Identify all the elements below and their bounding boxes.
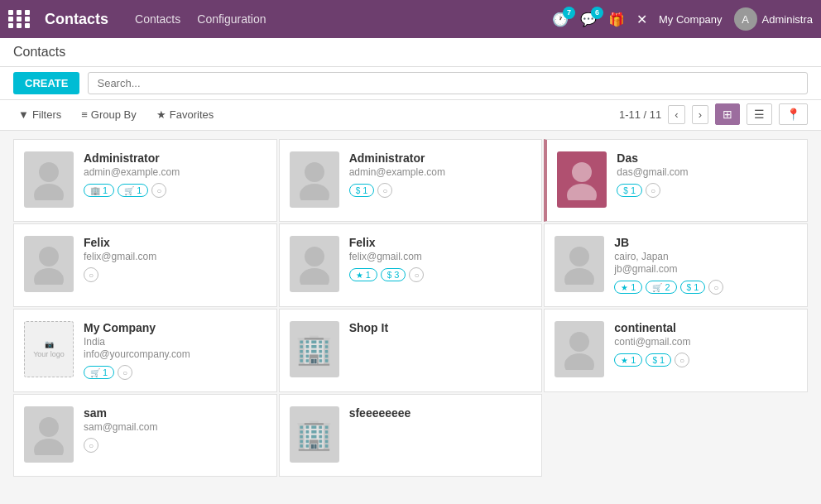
user-avatar-wrap[interactable]: A Administra: [734, 7, 813, 31]
app-title: Contacts: [45, 11, 108, 28]
tag: 🛒 2: [646, 281, 676, 294]
card-3[interactable]: Das das@gmail.com $ 1○: [544, 139, 808, 222]
tag: 🏢 1: [84, 184, 114, 197]
close-icon-wrap[interactable]: ✕: [636, 12, 647, 27]
card-4[interactable]: Felix felix@gmail.com ○: [13, 223, 277, 307]
toolbar: CREATE: [0, 67, 821, 100]
card-name: Administrator: [349, 151, 532, 165]
person-avatar: [24, 406, 74, 463]
tag-add-button[interactable]: ○: [84, 438, 98, 453]
groupby-button[interactable]: ≡ Group By: [76, 105, 142, 124]
tag-icon: 🏢: [90, 186, 100, 195]
card-name: Felix: [84, 236, 266, 249]
tag: $ 1: [349, 184, 375, 197]
gift-icon: 🎁: [608, 12, 625, 26]
card-email: das@gmail.com: [617, 166, 797, 178]
gift-icon-wrap[interactable]: 🎁: [608, 12, 625, 27]
person-avatar: [24, 151, 74, 208]
map-view-button[interactable]: 📍: [779, 103, 808, 125]
menu-configuration[interactable]: Configuration: [197, 12, 266, 26]
svg-point-1: [34, 184, 64, 200]
svg-point-12: [569, 332, 589, 352]
tag-icon: $: [687, 283, 692, 292]
svg-point-9: [300, 268, 329, 285]
tag-icon: $: [623, 186, 628, 195]
list-view-button[interactable]: ☰: [747, 103, 772, 125]
card-tags: $ 1○: [617, 183, 797, 198]
prev-page-button[interactable]: ‹: [668, 105, 684, 124]
pagination-info: 1-11 / 11: [619, 108, 661, 121]
svg-point-6: [39, 247, 59, 266]
card-9[interactable]: continental conti@gmail.com ★ 1$ 1○: [544, 309, 808, 392]
clock-icon-wrap[interactable]: 🕐 7: [552, 12, 569, 27]
top-menu: Contacts Configuration: [135, 12, 539, 26]
svg-point-7: [34, 268, 64, 285]
filter-toolbar: ▼ Filters ≡ Group By ★ Favorites 1-11 / …: [0, 100, 821, 131]
card-email: felix@gmail.com: [349, 251, 532, 262]
card-email: conti@gmail.com: [614, 336, 797, 348]
card-11[interactable]: 🏢 sfeeeeeeee: [279, 394, 543, 477]
tag: 🛒 1: [84, 366, 114, 379]
tag-add-button[interactable]: ○: [409, 267, 424, 282]
tag-add-button[interactable]: ○: [151, 183, 166, 198]
card-tags: ★ 1$ 3○: [349, 267, 532, 282]
card-5[interactable]: Felix felix@gmail.com ★ 1$ 3○: [279, 223, 543, 307]
tag-icon: 🛒: [652, 283, 662, 292]
card-info: Administrator admin@example.com $ 1○: [349, 151, 532, 198]
card-10[interactable]: sam sam@gmail.com ○: [13, 394, 277, 477]
svg-point-15: [34, 439, 64, 455]
next-page-button[interactable]: ›: [692, 105, 708, 124]
card-1[interactable]: Administrator admin@example.com 🏢 1🛒 1○: [13, 139, 277, 222]
card-info: JB cairo, Japan jb@gmail.com ★ 1🛒 2$ 1○: [614, 236, 797, 295]
tag-add-button[interactable]: ○: [708, 280, 723, 295]
card-info: Felix felix@gmail.com ○: [84, 236, 266, 282]
filters-button[interactable]: ▼ Filters: [13, 105, 66, 124]
tag-icon: 🛒: [90, 368, 100, 377]
kanban-view-button[interactable]: ⊞: [715, 103, 740, 125]
building-icon: 🏢: [295, 417, 333, 452]
card-7[interactable]: 📷Your logo My Company India info@yourcom…: [13, 309, 277, 392]
card-email: admin@example.com: [349, 166, 532, 178]
svg-point-5: [567, 184, 597, 200]
card-email: sam@gmail.com: [84, 421, 266, 433]
username: Administra: [762, 13, 813, 26]
card-tags: ○: [84, 438, 266, 453]
tag-icon: ★: [621, 356, 628, 365]
filter-left: ▼ Filters ≡ Group By ★ Favorites: [13, 105, 218, 124]
svg-point-8: [305, 247, 324, 266]
chat-icon-wrap[interactable]: 💬 6: [580, 12, 597, 27]
card-6[interactable]: JB cairo, Japan jb@gmail.com ★ 1🛒 2$ 1○: [544, 223, 808, 307]
card-tags: $ 1○: [349, 183, 532, 198]
search-input[interactable]: [88, 72, 808, 94]
menu-contacts[interactable]: Contacts: [135, 12, 180, 26]
filter-right: 1-11 / 11 ‹ › ⊞ ☰ 📍: [619, 103, 808, 125]
top-icons: 🕐 7 💬 6 🎁 ✕ My Company A Administra: [552, 7, 813, 31]
card-name: continental: [614, 321, 797, 334]
person-avatar: [24, 236, 74, 292]
tag-icon: 🛒: [124, 186, 134, 195]
card-email: info@yourcompany.com: [84, 348, 266, 360]
create-button[interactable]: CREATE: [13, 72, 79, 94]
tag-add-button[interactable]: ○: [675, 353, 689, 367]
card-info: sam sam@gmail.com ○: [84, 406, 266, 453]
company-name[interactable]: My Company: [659, 13, 723, 26]
tag-add-button[interactable]: ○: [118, 365, 132, 380]
svg-point-11: [564, 268, 594, 285]
svg-point-0: [39, 162, 59, 182]
breadcrumb: Contacts: [13, 45, 65, 60]
top-nav: Contacts Contacts Configuration 🕐 7 💬 6 …: [0, 0, 821, 38]
tag-add-button[interactable]: ○: [377, 183, 392, 198]
app-grid-icon[interactable]: [8, 10, 31, 28]
svg-point-3: [300, 184, 329, 200]
card-2[interactable]: Administrator admin@example.com $ 1○: [279, 139, 543, 222]
tag: ★ 1: [614, 281, 642, 294]
tag-add-button[interactable]: ○: [84, 267, 98, 282]
tag-add-button[interactable]: ○: [646, 183, 660, 198]
building-avatar: 🏢: [290, 321, 339, 377]
tag-icon: $: [356, 186, 361, 195]
clock-badge: 7: [563, 7, 575, 19]
favorites-button[interactable]: ★ Favorites: [151, 105, 218, 124]
cards-area: Administrator admin@example.com 🏢 1🛒 1○ …: [0, 131, 821, 485]
card-8[interactable]: 🏢 Shop It: [279, 309, 543, 392]
card-tags: ★ 1$ 1○: [614, 353, 797, 367]
